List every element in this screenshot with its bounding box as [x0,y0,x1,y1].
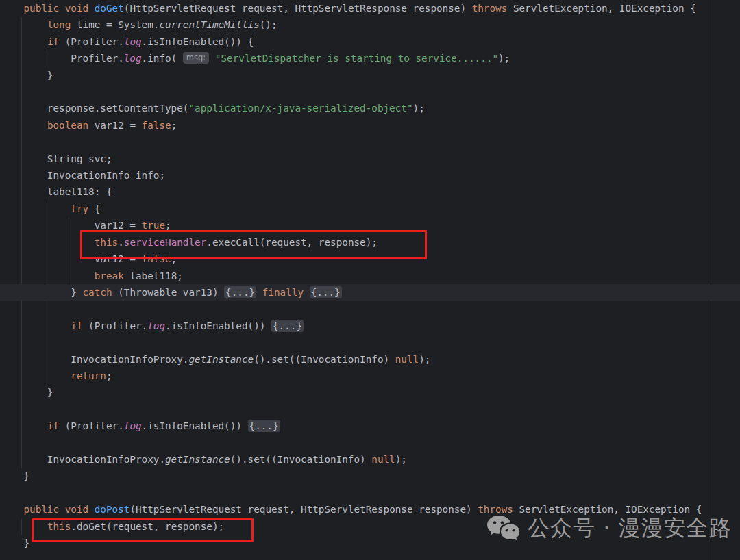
code-line[interactable] [0,133,740,150]
code-line[interactable]: response.setContentType("application/x-j… [0,100,740,116]
folded-region[interactable]: {...} [248,420,280,432]
code-token: var12 = [88,120,141,131]
code-token: long [47,19,71,30]
code-token [59,504,65,515]
code-line[interactable] [0,301,740,317]
code-line[interactable] [0,435,740,451]
code-token: ); [395,454,407,465]
code-token [304,287,310,298]
code-line[interactable]: long time = System.currentTimeMillis(); [0,16,740,33]
code-token: null [395,354,419,365]
code-token: break [95,270,124,281]
code-line[interactable]: boolean var12 = false; [0,117,740,133]
code-line[interactable]: String svc; [0,151,740,167]
code-token: return [71,370,106,381]
code-token: .doGet(request, response); [71,521,224,532]
code-line[interactable] [0,84,740,100]
code-token: String svc; [0,153,112,164]
code-line[interactable]: } [0,67,740,84]
code-token: .info( [142,53,183,64]
code-token [0,521,47,532]
code-token: try [71,203,88,214]
code-token: } [0,70,53,81]
code-line[interactable]: label118: { [0,183,740,200]
code-token: ); [419,354,430,365]
code-line[interactable] [0,401,740,418]
code-line[interactable] [0,485,740,501]
code-token [0,420,47,431]
code-token [256,287,262,298]
code-line[interactable]: InvocationInfo info; [0,167,740,183]
code-token [0,3,23,14]
code-line[interactable]: if (Profiler.log.isInfoEnabled()) { [0,34,740,50]
code-line[interactable]: } catch (Throwable var13) {...} finally … [0,284,740,301]
code-token: (HttpServletRequest request, HttpServlet… [130,504,478,515]
code-token: var12 = [0,253,142,264]
code-token: } [0,287,83,298]
code-token: finally [262,287,304,298]
parameter-hint-msg: msg: [183,52,209,64]
code-token [0,370,71,381]
code-line[interactable]: break label118; [0,268,740,284]
code-token: (); [260,19,278,30]
code-token: label118; [124,270,183,281]
code-token: log [124,420,142,431]
code-token: catch [83,287,112,298]
code-line[interactable]: var12 = true; [0,217,740,233]
code-token: if [71,320,82,331]
code-line[interactable]: InvocationInfoProxy.getInstance().set((I… [0,351,740,368]
code-token: this [47,521,71,532]
code-line[interactable]: var12 = false; [0,251,740,267]
code-area[interactable]: public void doGet(HttpServletRequest req… [0,0,740,551]
code-token: (HttpServletRequest request, HttpServlet… [124,3,472,14]
code-token: public [23,504,59,515]
folded-region[interactable]: {...} [310,286,342,298]
code-token: ; [171,253,177,264]
code-token: } [0,537,29,548]
code-token: label118: { [0,186,112,197]
code-token [0,19,47,30]
code-token: var12 = [0,220,142,231]
code-token: public [23,3,59,14]
code-line[interactable]: if (Profiler.log.isInfoEnabled()) {...} [0,418,740,434]
code-token: if [47,420,59,431]
code-line[interactable]: this.serviceHandler.execCall(request, re… [0,234,740,251]
code-line[interactable]: if (Profiler.log.isInfoEnabled()) {...} [0,318,740,334]
code-token: InvocationInfoProxy. [0,354,188,365]
code-token [88,3,95,14]
watermark-label: 公众号 · 漫漫安全路 [528,513,732,544]
code-token: boolean [47,120,88,131]
code-token: InvocationInfoProxy. [0,454,165,465]
code-line[interactable]: } [0,384,740,400]
code-token: (Profiler. [59,36,124,47]
code-editor[interactable]: public void doGet(HttpServletRequest req… [0,0,740,560]
code-token: response.setContentType( [0,103,188,114]
code-token [0,504,23,515]
code-line[interactable] [0,334,740,351]
code-line[interactable]: try { [0,201,740,217]
code-token [88,504,95,515]
code-token: true [142,220,165,231]
code-line[interactable]: public void doGet(HttpServletRequest req… [0,0,740,16]
code-token: log [124,36,142,47]
code-token: doGet [95,3,124,14]
code-token: void [65,3,88,14]
code-token: getInstance [165,454,230,465]
code-line[interactable]: InvocationInfoProxy.getInstance().set((I… [0,451,740,468]
folded-region[interactable]: {...} [224,286,256,298]
code-token [0,203,71,214]
code-token [0,36,47,47]
code-token: null [371,454,395,465]
code-token: void [65,504,88,515]
code-token: } [0,470,29,481]
code-token: { [88,203,100,214]
code-line[interactable]: return; [0,368,740,384]
code-token: currentTimeMillis [159,19,259,30]
code-token [0,270,95,281]
folded-region[interactable]: {...} [271,320,304,332]
code-token: ); [498,53,510,64]
code-token: ().set((InvocationInfo) [254,354,395,365]
code-line[interactable]: Profiler.log.info( msg: "ServletDispatch… [0,50,740,66]
code-line[interactable]: } [0,468,740,484]
wechat-icon [486,514,519,543]
